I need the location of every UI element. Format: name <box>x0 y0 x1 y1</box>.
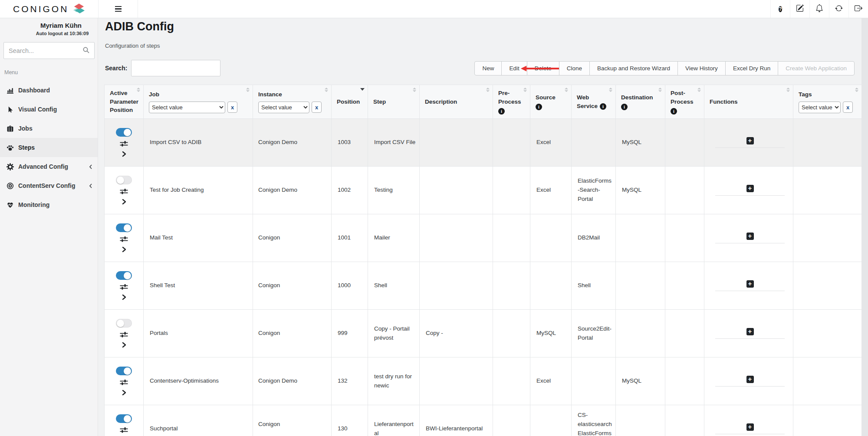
excel-dry-run-button[interactable]: Excel Dry Run <box>725 61 778 75</box>
functions-divider <box>715 195 785 196</box>
info-icon[interactable]: i <box>621 104 628 110</box>
instance-badge[interactable]: Conigon Demo <box>258 186 328 195</box>
sort-icon[interactable] <box>486 88 490 92</box>
info-icon[interactable]: i <box>498 108 505 115</box>
table-row: Shell TestConigon1000ShellShell+ <box>105 262 862 310</box>
sidebar-item-advanced-config[interactable]: Advanced Config <box>0 157 98 176</box>
active-toggle[interactable] <box>116 271 132 280</box>
job-filter-select[interactable]: Select value <box>149 102 225 113</box>
column-header-source: Sourcei <box>530 85 572 119</box>
toolbar: NewEditDeleteCloneBackup and Restore Wiz… <box>475 61 855 75</box>
cell-destination <box>616 214 665 262</box>
sidebar-item-visual-config[interactable]: Visual Config <box>0 100 98 119</box>
instance-filter-select[interactable]: Select value <box>258 102 309 113</box>
sort-icon[interactable] <box>855 88 858 92</box>
info-icon[interactable]: i <box>671 108 677 115</box>
cell-tags <box>793 357 862 405</box>
expand-row-chevron-icon[interactable] <box>122 294 126 300</box>
add-function-button[interactable]: + <box>746 280 754 288</box>
help-icon: ? <box>779 5 782 13</box>
table-row: Contentserv-OptimisationsConigon Demo132… <box>105 357 862 405</box>
table-search-input[interactable] <box>131 60 220 76</box>
parameters-sliders-icon[interactable] <box>120 141 128 147</box>
cell-pre_process <box>493 214 530 262</box>
job-filter-clear-button[interactable]: x <box>227 102 237 113</box>
active-toggle[interactable] <box>116 414 132 423</box>
heartbeat-icon <box>6 201 14 209</box>
logo[interactable]: CONIGON <box>0 0 98 18</box>
refresh-button[interactable] <box>829 0 848 18</box>
backup-and-restore-wizard-button[interactable]: Backup and Restore Wizard <box>589 61 678 75</box>
sidebar-item-label: Steps <box>18 144 35 151</box>
parameters-sliders-icon[interactable] <box>120 236 128 242</box>
sidebar-toggle-button[interactable] <box>98 0 138 18</box>
sort-icon[interactable] <box>658 88 662 92</box>
active-toggle[interactable] <box>116 367 132 375</box>
add-function-button[interactable]: + <box>746 185 754 192</box>
instance-badge[interactable]: Conigon <box>258 281 328 290</box>
instance-filter-clear-button[interactable]: x <box>312 102 322 113</box>
add-function-button[interactable]: + <box>746 376 754 383</box>
sort-icon[interactable] <box>786 88 790 92</box>
new-button[interactable]: New <box>474 61 502 75</box>
cell-step: Shell <box>368 262 420 310</box>
instance-badge[interactable]: Conigon Demo <box>258 377 328 386</box>
clone-button[interactable]: Clone <box>559 61 590 75</box>
edit-button[interactable]: Edit <box>501 61 527 75</box>
info-icon[interactable]: i <box>600 103 606 110</box>
expand-row-chevron-icon[interactable] <box>122 151 126 157</box>
instance-badge[interactable] <box>258 429 328 436</box>
expand-row-chevron-icon[interactable] <box>122 390 126 396</box>
sort-icon[interactable] <box>137 88 140 92</box>
sort-icon[interactable] <box>413 88 416 92</box>
expand-row-chevron-icon[interactable] <box>122 342 126 348</box>
delete-button[interactable]: Delete <box>527 61 559 75</box>
cell-description <box>420 357 493 405</box>
add-function-button[interactable]: + <box>746 423 754 431</box>
sort-icon[interactable] <box>609 88 612 92</box>
info-icon[interactable]: i <box>536 104 542 110</box>
active-toggle[interactable] <box>116 319 132 328</box>
add-function-button[interactable]: + <box>746 137 754 144</box>
sidebar-item-monitoring[interactable]: Monitoring <box>0 195 98 214</box>
tags-filter-clear-button[interactable]: x <box>843 102 853 113</box>
instance-badge[interactable]: Conigon Demo <box>258 138 328 147</box>
sidebar-item-jobs[interactable]: Jobs <box>0 119 98 138</box>
add-function-button[interactable]: + <box>746 233 754 240</box>
sort-desc-icon[interactable] <box>360 88 365 91</box>
parameters-sliders-icon[interactable] <box>120 284 128 290</box>
expand-row-chevron-icon[interactable] <box>122 246 126 252</box>
instance-badge[interactable]: Conigon <box>258 329 328 338</box>
sort-icon[interactable] <box>325 88 328 92</box>
expand-row-chevron-icon[interactable] <box>122 199 126 205</box>
active-toggle[interactable] <box>116 223 132 232</box>
sort-icon[interactable] <box>523 88 527 92</box>
compose-button[interactable] <box>790 0 809 18</box>
active-toggle[interactable] <box>116 128 132 137</box>
sidebar-item-contentserv-config[interactable]: ContentServ Config <box>0 176 98 195</box>
sidebar-item-steps[interactable]: Steps <box>0 138 98 157</box>
parameters-sliders-icon[interactable] <box>120 332 128 338</box>
view-history-button[interactable]: View History <box>677 61 726 75</box>
logout-button[interactable] <box>848 0 868 18</box>
add-function-button[interactable]: + <box>746 328 754 335</box>
parameters-sliders-icon[interactable] <box>120 189 128 194</box>
sort-icon[interactable] <box>246 88 250 92</box>
tags-filter-select[interactable]: Select value <box>799 102 841 113</box>
help-button[interactable]: ? <box>770 0 790 18</box>
sidebar-search-input[interactable] <box>3 42 95 59</box>
active-toggle[interactable] <box>116 176 132 184</box>
toolbar-button-label: Delete <box>535 65 552 72</box>
sort-icon[interactable] <box>697 88 701 92</box>
sort-icon[interactable] <box>565 88 568 92</box>
cell-tags <box>793 310 862 357</box>
notifications-bell-button[interactable] <box>809 0 829 18</box>
sidebar-item-dashboard[interactable]: Dashboard <box>0 81 98 100</box>
parameters-sliders-icon[interactable] <box>120 380 128 385</box>
cell-destination: MySQL <box>616 119 665 167</box>
vertical-scrollbar[interactable] <box>861 18 868 436</box>
instance-badge[interactable]: Conigon <box>258 233 328 243</box>
instance-badge[interactable]: Conigon <box>258 420 328 429</box>
parameters-sliders-icon[interactable] <box>120 427 128 433</box>
cell-job: Suchportal <box>144 405 253 436</box>
